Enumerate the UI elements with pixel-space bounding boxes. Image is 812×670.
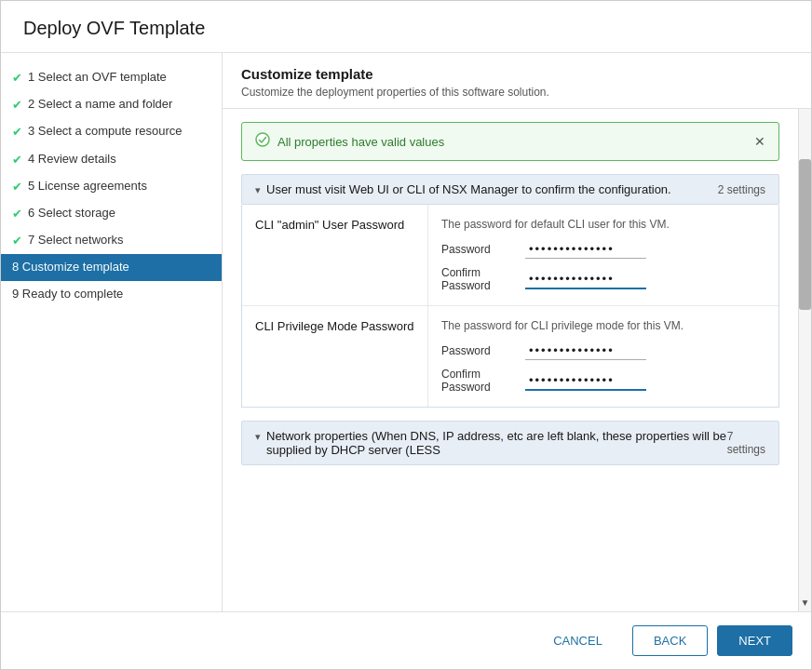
sidebar: ✔ 1 Select an OVF template ✔ 2 Select a … (1, 53, 223, 611)
sidebar-label-step2: 2 Select a name and folder (28, 96, 172, 113)
sidebar-item-step2[interactable]: ✔ 2 Select a name and folder (1, 91, 222, 118)
sidebar-item-step8[interactable]: 8 Customize template (1, 254, 222, 280)
content-desc: Customize the deployment properties of t… (241, 86, 792, 99)
sidebar-item-step9[interactable]: 9 Ready to complete (1, 281, 222, 307)
field-row-confirm1: Confirm Password (441, 266, 765, 292)
chevron-down-icon-2: ▾ (255, 431, 261, 443)
deploy-ovf-dialog: Deploy OVF Template ✔ 1 Select an OVF te… (0, 0, 812, 670)
sidebar-item-step4[interactable]: ✔ 4 Review details (1, 146, 222, 173)
section1-settings-count: 2 settings (718, 183, 765, 196)
sidebar-item-step7[interactable]: ✔ 7 Select networks (1, 227, 222, 254)
sidebar-label-step9: 9 Ready to complete (12, 286, 123, 302)
property-row-privilege-password: CLI Privilege Mode Password The password… (242, 306, 778, 407)
check-icon-step3: ✔ (12, 124, 22, 141)
dialog-body: ✔ 1 Select an OVF template ✔ 2 Select a … (1, 53, 811, 611)
privilege-password-input[interactable] (525, 342, 646, 360)
sidebar-label-step3: 3 Select a compute resource (28, 123, 182, 140)
chevron-down-icon: ▾ (255, 184, 261, 196)
check-icon-step1: ✔ (12, 70, 22, 87)
check-icon-step6: ✔ (12, 206, 22, 222)
field-row-password1: Password (441, 240, 765, 259)
field-label-password1: Password (441, 243, 525, 256)
alert-left: All properties have valid values (255, 132, 444, 151)
sidebar-item-step6[interactable]: ✔ 6 Select storage (1, 200, 222, 227)
sidebar-item-step3[interactable]: ✔ 3 Select a compute resource (1, 118, 222, 145)
svg-point-0 (256, 133, 269, 146)
back-button[interactable]: BACK (632, 625, 708, 656)
main-content: Customize template Customize the deploym… (223, 53, 811, 611)
section1: ▾ User must visit Web UI or CLI of NSX M… (241, 174, 779, 408)
section1-header[interactable]: ▾ User must visit Web UI or CLI of NSX M… (241, 174, 779, 205)
alert-close-button[interactable]: ✕ (754, 134, 765, 149)
check-circle-icon (255, 132, 270, 151)
check-icon-step4: ✔ (12, 152, 22, 168)
scrollbar-track[interactable]: ▼ (798, 109, 811, 611)
content-title: Customize template (241, 66, 792, 82)
sidebar-label-step7: 7 Select networks (28, 232, 124, 248)
content-header: Customize template Customize the deploym… (223, 53, 811, 109)
check-icon-step5: ✔ (12, 179, 22, 195)
check-icon-step7: ✔ (12, 233, 22, 249)
property-desc-privilege: The password for CLI privilege mode for … (441, 319, 765, 332)
section1-properties: CLI "admin" User Password The password f… (241, 205, 779, 408)
dialog-title: Deploy OVF Template (1, 1, 811, 53)
alert-message: All properties have valid values (277, 135, 444, 149)
property-value-admin: The password for default CLI user for th… (428, 205, 778, 305)
section1-title-text: User must visit Web UI or CLI of NSX Man… (266, 182, 671, 196)
sidebar-label-step4: 4 Review details (28, 151, 116, 168)
dialog-footer: CANCEL BACK NEXT (1, 611, 811, 669)
scroll-down-arrow[interactable]: ▼ (799, 597, 811, 608)
property-label-admin: CLI "admin" User Password (242, 205, 428, 305)
cancel-button[interactable]: CANCEL (533, 626, 623, 655)
sidebar-item-step5[interactable]: ✔ 5 License agreements (1, 173, 222, 200)
alert-success: All properties have valid values ✕ (241, 122, 779, 161)
sidebar-label-step1: 1 Select an OVF template (28, 69, 167, 86)
field-row-password2: Password (441, 342, 765, 360)
property-label-privilege: CLI Privilege Mode Password (242, 306, 428, 407)
privilege-confirm-input[interactable] (525, 371, 646, 391)
scrollbar-thumb[interactable] (799, 159, 811, 310)
field-label-confirm2: Confirm Password (441, 368, 525, 394)
section2-header[interactable]: ▾ Network properties (When DNS, IP addre… (241, 421, 779, 465)
check-icon-step2: ✔ (12, 97, 22, 114)
field-row-confirm2: Confirm Password (441, 368, 765, 394)
section2: ▾ Network properties (When DNS, IP addre… (241, 421, 779, 465)
admin-confirm-input[interactable] (525, 270, 646, 289)
sidebar-label-step5: 5 License agreements (28, 178, 147, 194)
next-button[interactable]: NEXT (717, 625, 792, 656)
sidebar-label-step6: 6 Select storage (28, 205, 115, 221)
section2-title-group: ▾ Network properties (When DNS, IP addre… (255, 429, 727, 457)
section2-settings-count: 7 settings (727, 430, 765, 456)
content-scroll: All properties have valid values ✕ ▾ Use… (223, 109, 798, 611)
property-desc-admin: The password for default CLI user for th… (441, 218, 765, 231)
field-label-password2: Password (441, 344, 525, 357)
property-row-admin-password: CLI "admin" User Password The password f… (242, 205, 778, 306)
sidebar-item-step1[interactable]: ✔ 1 Select an OVF template (1, 64, 222, 91)
admin-password-input[interactable] (525, 240, 646, 259)
section1-title-group: ▾ User must visit Web UI or CLI of NSX M… (255, 182, 671, 196)
section2-title-text: Network properties (When DNS, IP address… (266, 429, 727, 457)
field-label-confirm1: Confirm Password (441, 266, 525, 292)
sidebar-label-step8: 8 Customize template (12, 259, 129, 275)
property-value-privilege: The password for CLI privilege mode for … (428, 306, 778, 407)
